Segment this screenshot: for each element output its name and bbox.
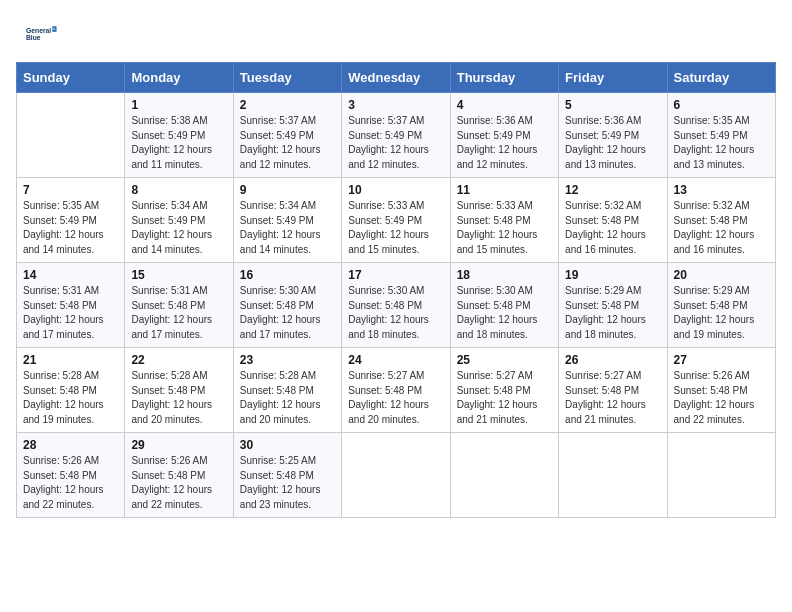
calendar-cell (450, 433, 558, 518)
calendar-cell: 22Sunrise: 5:28 AM Sunset: 5:48 PM Dayli… (125, 348, 233, 433)
day-number: 30 (240, 438, 335, 452)
page-header: General Blue (0, 0, 792, 62)
day-number: 20 (674, 268, 769, 282)
day-info: Sunrise: 5:38 AM Sunset: 5:49 PM Dayligh… (131, 114, 226, 172)
day-info: Sunrise: 5:28 AM Sunset: 5:48 PM Dayligh… (131, 369, 226, 427)
calendar-cell: 16Sunrise: 5:30 AM Sunset: 5:48 PM Dayli… (233, 263, 341, 348)
weekday-header-cell: Tuesday (233, 63, 341, 93)
day-number: 9 (240, 183, 335, 197)
calendar-cell: 5Sunrise: 5:36 AM Sunset: 5:49 PM Daylig… (559, 93, 667, 178)
calendar-cell (17, 93, 125, 178)
calendar-cell: 7Sunrise: 5:35 AM Sunset: 5:49 PM Daylig… (17, 178, 125, 263)
day-info: Sunrise: 5:35 AM Sunset: 5:49 PM Dayligh… (23, 199, 118, 257)
calendar-wrap: SundayMondayTuesdayWednesdayThursdayFrid… (0, 62, 792, 534)
calendar-cell: 17Sunrise: 5:30 AM Sunset: 5:48 PM Dayli… (342, 263, 450, 348)
day-info: Sunrise: 5:37 AM Sunset: 5:49 PM Dayligh… (240, 114, 335, 172)
calendar-cell: 11Sunrise: 5:33 AM Sunset: 5:48 PM Dayli… (450, 178, 558, 263)
day-number: 27 (674, 353, 769, 367)
day-number: 10 (348, 183, 443, 197)
calendar-week-row: 14Sunrise: 5:31 AM Sunset: 5:48 PM Dayli… (17, 263, 776, 348)
calendar-cell: 26Sunrise: 5:27 AM Sunset: 5:48 PM Dayli… (559, 348, 667, 433)
day-info: Sunrise: 5:31 AM Sunset: 5:48 PM Dayligh… (131, 284, 226, 342)
day-info: Sunrise: 5:30 AM Sunset: 5:48 PM Dayligh… (240, 284, 335, 342)
day-number: 22 (131, 353, 226, 367)
calendar-cell: 1Sunrise: 5:38 AM Sunset: 5:49 PM Daylig… (125, 93, 233, 178)
calendar-week-row: 28Sunrise: 5:26 AM Sunset: 5:48 PM Dayli… (17, 433, 776, 518)
day-number: 28 (23, 438, 118, 452)
day-number: 11 (457, 183, 552, 197)
day-number: 17 (348, 268, 443, 282)
calendar-cell: 21Sunrise: 5:28 AM Sunset: 5:48 PM Dayli… (17, 348, 125, 433)
day-info: Sunrise: 5:28 AM Sunset: 5:48 PM Dayligh… (240, 369, 335, 427)
day-number: 26 (565, 353, 660, 367)
day-number: 19 (565, 268, 660, 282)
calendar-cell: 20Sunrise: 5:29 AM Sunset: 5:48 PM Dayli… (667, 263, 775, 348)
calendar-cell: 29Sunrise: 5:26 AM Sunset: 5:48 PM Dayli… (125, 433, 233, 518)
weekday-header-cell: Thursday (450, 63, 558, 93)
calendar-cell (559, 433, 667, 518)
calendar-week-row: 7Sunrise: 5:35 AM Sunset: 5:49 PM Daylig… (17, 178, 776, 263)
day-number: 8 (131, 183, 226, 197)
day-number: 2 (240, 98, 335, 112)
day-number: 1 (131, 98, 226, 112)
day-info: Sunrise: 5:31 AM Sunset: 5:48 PM Dayligh… (23, 284, 118, 342)
day-info: Sunrise: 5:25 AM Sunset: 5:48 PM Dayligh… (240, 454, 335, 512)
weekday-header-cell: Monday (125, 63, 233, 93)
day-info: Sunrise: 5:37 AM Sunset: 5:49 PM Dayligh… (348, 114, 443, 172)
day-number: 7 (23, 183, 118, 197)
day-info: Sunrise: 5:33 AM Sunset: 5:49 PM Dayligh… (348, 199, 443, 257)
calendar-cell (667, 433, 775, 518)
day-number: 24 (348, 353, 443, 367)
day-number: 25 (457, 353, 552, 367)
day-info: Sunrise: 5:30 AM Sunset: 5:48 PM Dayligh… (348, 284, 443, 342)
calendar-cell: 28Sunrise: 5:26 AM Sunset: 5:48 PM Dayli… (17, 433, 125, 518)
day-info: Sunrise: 5:29 AM Sunset: 5:48 PM Dayligh… (565, 284, 660, 342)
logo-icon: General Blue (26, 18, 58, 50)
calendar-cell: 9Sunrise: 5:34 AM Sunset: 5:49 PM Daylig… (233, 178, 341, 263)
calendar-cell: 4Sunrise: 5:36 AM Sunset: 5:49 PM Daylig… (450, 93, 558, 178)
day-info: Sunrise: 5:32 AM Sunset: 5:48 PM Dayligh… (565, 199, 660, 257)
calendar-body: 1Sunrise: 5:38 AM Sunset: 5:49 PM Daylig… (17, 93, 776, 518)
svg-text:Blue: Blue (26, 34, 41, 41)
calendar-cell: 2Sunrise: 5:37 AM Sunset: 5:49 PM Daylig… (233, 93, 341, 178)
day-number: 18 (457, 268, 552, 282)
calendar-week-row: 1Sunrise: 5:38 AM Sunset: 5:49 PM Daylig… (17, 93, 776, 178)
day-info: Sunrise: 5:30 AM Sunset: 5:48 PM Dayligh… (457, 284, 552, 342)
calendar-cell: 24Sunrise: 5:27 AM Sunset: 5:48 PM Dayli… (342, 348, 450, 433)
calendar-cell: 8Sunrise: 5:34 AM Sunset: 5:49 PM Daylig… (125, 178, 233, 263)
weekday-header-cell: Friday (559, 63, 667, 93)
day-info: Sunrise: 5:29 AM Sunset: 5:48 PM Dayligh… (674, 284, 769, 342)
svg-text:General: General (26, 27, 51, 34)
day-number: 14 (23, 268, 118, 282)
weekday-header-row: SundayMondayTuesdayWednesdayThursdayFrid… (17, 63, 776, 93)
day-info: Sunrise: 5:26 AM Sunset: 5:48 PM Dayligh… (23, 454, 118, 512)
calendar-week-row: 21Sunrise: 5:28 AM Sunset: 5:48 PM Dayli… (17, 348, 776, 433)
weekday-header-cell: Sunday (17, 63, 125, 93)
calendar-cell: 30Sunrise: 5:25 AM Sunset: 5:48 PM Dayli… (233, 433, 341, 518)
day-number: 4 (457, 98, 552, 112)
calendar-cell: 25Sunrise: 5:27 AM Sunset: 5:48 PM Dayli… (450, 348, 558, 433)
day-info: Sunrise: 5:27 AM Sunset: 5:48 PM Dayligh… (457, 369, 552, 427)
day-info: Sunrise: 5:27 AM Sunset: 5:48 PM Dayligh… (348, 369, 443, 427)
day-info: Sunrise: 5:35 AM Sunset: 5:49 PM Dayligh… (674, 114, 769, 172)
calendar-cell: 3Sunrise: 5:37 AM Sunset: 5:49 PM Daylig… (342, 93, 450, 178)
calendar-cell: 14Sunrise: 5:31 AM Sunset: 5:48 PM Dayli… (17, 263, 125, 348)
day-number: 23 (240, 353, 335, 367)
weekday-header-cell: Wednesday (342, 63, 450, 93)
calendar-cell: 15Sunrise: 5:31 AM Sunset: 5:48 PM Dayli… (125, 263, 233, 348)
day-info: Sunrise: 5:28 AM Sunset: 5:48 PM Dayligh… (23, 369, 118, 427)
calendar-cell: 6Sunrise: 5:35 AM Sunset: 5:49 PM Daylig… (667, 93, 775, 178)
calendar-cell: 18Sunrise: 5:30 AM Sunset: 5:48 PM Dayli… (450, 263, 558, 348)
calendar-cell: 23Sunrise: 5:28 AM Sunset: 5:48 PM Dayli… (233, 348, 341, 433)
day-info: Sunrise: 5:36 AM Sunset: 5:49 PM Dayligh… (565, 114, 660, 172)
day-number: 16 (240, 268, 335, 282)
calendar-cell (342, 433, 450, 518)
calendar-cell: 12Sunrise: 5:32 AM Sunset: 5:48 PM Dayli… (559, 178, 667, 263)
day-info: Sunrise: 5:26 AM Sunset: 5:48 PM Dayligh… (674, 369, 769, 427)
day-number: 5 (565, 98, 660, 112)
calendar-cell: 13Sunrise: 5:32 AM Sunset: 5:48 PM Dayli… (667, 178, 775, 263)
day-info: Sunrise: 5:32 AM Sunset: 5:48 PM Dayligh… (674, 199, 769, 257)
day-info: Sunrise: 5:27 AM Sunset: 5:48 PM Dayligh… (565, 369, 660, 427)
day-info: Sunrise: 5:34 AM Sunset: 5:49 PM Dayligh… (131, 199, 226, 257)
logo: General Blue (24, 18, 58, 54)
